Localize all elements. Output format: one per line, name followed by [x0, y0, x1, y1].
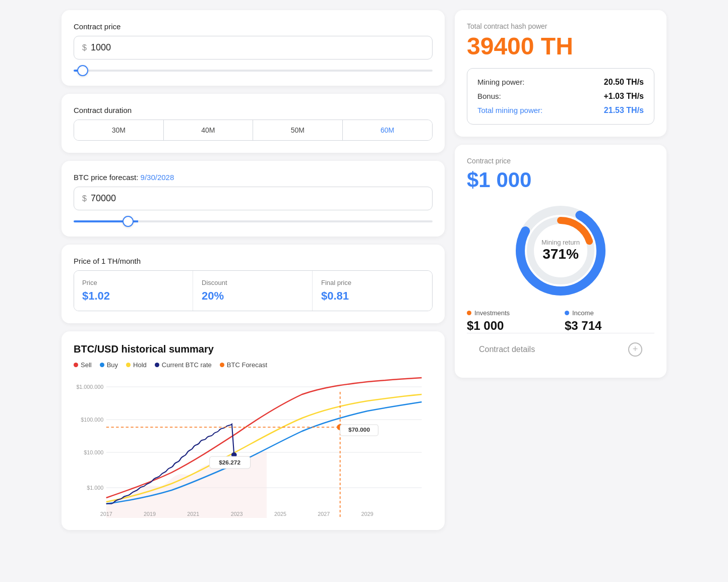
legend-btc-forecast: BTC Forecast	[220, 361, 267, 369]
svg-text:2023: 2023	[231, 511, 243, 517]
btc-forecast-section: BTC price forecast: 9/30/2028 $ 70000	[62, 161, 445, 237]
contract-price-input-box: $ 1000	[74, 36, 433, 60]
legend-buy: Buy	[100, 361, 118, 369]
contract-price-slider[interactable]	[74, 70, 433, 72]
income-item: Income $3 714	[565, 309, 654, 333]
duration-buttons-group: 30M 40M 50M 60M	[74, 120, 433, 141]
income-legend: Income	[565, 309, 654, 317]
total-hash-value: 39400 TH	[467, 33, 654, 60]
chart-svg: $1.000.000 $100.000 $10.000 $1.000	[74, 377, 433, 518]
income-value: $3 714	[565, 319, 654, 333]
svg-text:2019: 2019	[144, 511, 156, 517]
svg-text:2025: 2025	[274, 511, 286, 517]
btc-price-slider[interactable]	[74, 220, 433, 222]
bonus-value: +1.03 TH/s	[603, 92, 644, 101]
btc-forecast-dot	[220, 363, 224, 367]
bonus-label: Bonus:	[477, 92, 501, 100]
btc-forecast-label: BTC price forecast:	[74, 173, 138, 182]
investments-item: Investments $1 000	[467, 309, 557, 333]
contract-duration-section: Contract duration 30M 40M 50M 60M	[62, 94, 445, 153]
discount-label: Discount	[202, 279, 304, 286]
current-btc-dot	[155, 363, 159, 367]
price-label: Price	[82, 279, 185, 286]
chart-legend: Sell Buy Hold Current BTC rate BTC Forec…	[74, 361, 433, 369]
svg-text:$1.000.000: $1.000.000	[76, 384, 103, 390]
cp-value: $1 000	[467, 168, 654, 192]
total-mining-value: 21.53 TH/s	[604, 106, 644, 115]
buy-label: Buy	[107, 361, 118, 369]
sell-dot	[74, 363, 78, 367]
contract-price-section: Contract price $ 1000	[62, 10, 445, 86]
price-value: $1.02	[82, 289, 185, 303]
total-hash-label: Total contract hash power	[467, 22, 654, 30]
total-mining-label: Total mining power:	[477, 106, 542, 114]
mining-power-box: Mining power: 20.50 TH/s Bonus: +1.03 TH…	[467, 68, 654, 125]
bonus-row: Bonus: +1.03 TH/s	[477, 92, 644, 101]
mining-power-row: Mining power: 20.50 TH/s	[477, 78, 644, 87]
final-price-value: $0.81	[321, 289, 424, 303]
chart-title: BTC/USD historical summary	[74, 343, 433, 355]
hold-label: Hold	[133, 361, 147, 369]
legend-sell: Sell	[74, 361, 92, 369]
svg-text:2027: 2027	[318, 511, 330, 517]
svg-text:$70.000: $70.000	[348, 427, 370, 433]
investments-legend: Investments	[467, 309, 557, 317]
duration-40m[interactable]: 40M	[164, 120, 254, 140]
btc-dollar-sign: $	[82, 194, 87, 203]
investments-label: Investments	[474, 309, 510, 317]
income-dot	[565, 311, 569, 315]
contract-price-label: Contract price	[74, 22, 433, 31]
svg-text:2021: 2021	[187, 511, 199, 517]
donut-container: Mining return 371%	[467, 200, 654, 301]
btc-price-input-box: $ 70000	[74, 187, 433, 210]
buy-dot	[100, 363, 104, 367]
svg-text:$100.000: $100.000	[81, 417, 103, 423]
contract-price-right-card: Contract price $1 000 Mining return 371%	[455, 145, 666, 378]
total-mining-row: Total mining power: 21.53 TH/s	[477, 106, 644, 115]
investments-value: $1 000	[467, 319, 557, 333]
chart-area: $1.000.000 $100.000 $10.000 $1.000	[74, 377, 433, 518]
total-hash-card: Total contract hash power 39400 TH Minin…	[455, 10, 666, 137]
mining-power-label: Mining power:	[477, 78, 524, 86]
contract-details-label: Contract details	[479, 345, 535, 354]
legend-hold: Hold	[126, 361, 147, 369]
btc-price-input-value: 70000	[91, 193, 116, 204]
svg-text:2029: 2029	[361, 511, 374, 517]
svg-text:$1.000: $1.000	[87, 485, 103, 491]
income-label: Income	[572, 309, 594, 317]
dollar-sign: $	[82, 43, 87, 52]
th-price-section: Price of 1 TH/month Price $1.02 Discount…	[62, 245, 445, 323]
final-price-cell: Final price $0.81	[313, 271, 432, 311]
duration-60m[interactable]: 60M	[343, 120, 433, 140]
hold-dot	[126, 363, 131, 367]
discount-value: 20%	[202, 289, 304, 303]
mining-power-value: 20.50 TH/s	[604, 78, 644, 87]
current-btc-label: Current BTC rate	[162, 361, 212, 369]
contract-duration-label: Contract duration	[74, 106, 433, 114]
btc-chart-section: BTC/USD historical summary Sell Buy Hold…	[62, 331, 445, 530]
sell-label: Sell	[81, 361, 92, 369]
duration-50m[interactable]: 50M	[253, 120, 343, 140]
investments-row: Investments $1 000 Income $3 714	[467, 309, 654, 333]
price-cell: Price $1.02	[74, 271, 193, 311]
duration-30m[interactable]: 30M	[74, 120, 164, 140]
investments-dot	[467, 311, 471, 315]
final-price-label: Final price	[321, 279, 424, 286]
btc-forecast-date[interactable]: 9/30/2028	[141, 173, 174, 182]
svg-text:2017: 2017	[100, 511, 112, 517]
contract-price-input-value: 1000	[91, 42, 111, 53]
th-month-label: Price of 1 TH/month	[74, 257, 433, 265]
btc-forecast-chart-label: BTC Forecast	[227, 361, 267, 369]
donut-svg	[510, 200, 611, 301]
plus-icon: +	[628, 342, 642, 357]
price-grid: Price $1.02 Discount 20% Final price $0.…	[74, 270, 433, 311]
svg-text:$26.272: $26.272	[219, 459, 240, 465]
discount-cell: Discount 20%	[194, 271, 313, 311]
contract-details-row[interactable]: Contract details +	[467, 333, 654, 366]
cp-label: Contract price	[467, 157, 654, 165]
svg-text:$10.000: $10.000	[84, 450, 103, 455]
legend-current-btc: Current BTC rate	[155, 361, 212, 369]
